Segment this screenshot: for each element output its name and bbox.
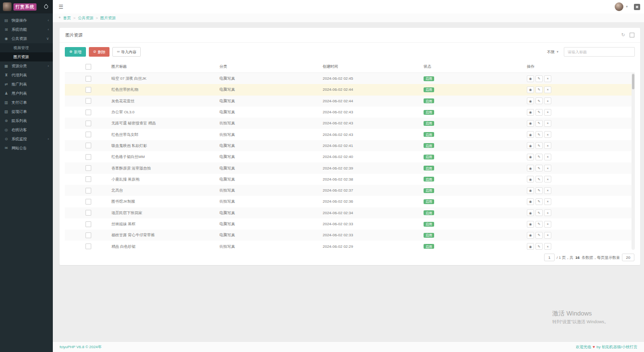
table-scrollbar[interactable]	[632, 73, 635, 250]
search-input[interactable]	[564, 47, 635, 57]
row-checkbox[interactable]	[85, 98, 91, 104]
edit-button[interactable]: ✎	[535, 97, 543, 104]
view-button[interactable]: ◉	[527, 198, 534, 205]
edit-button[interactable]: ✎	[535, 75, 543, 82]
table-row[interactable]: 灰色花花蕾丝电脑写真2024-06-02 02:44启用◉✎×	[65, 96, 635, 107]
delete-row-button[interactable]: ×	[544, 75, 551, 82]
table-row[interactable]: 办公室 OL3.0电脑写真2024-06-02 02:43启用◉✎×	[65, 107, 635, 118]
breadcrumb-section[interactable]: 公共资源	[78, 15, 93, 21]
row-checkbox[interactable]	[85, 109, 91, 115]
edit-button[interactable]: ✎	[535, 221, 543, 228]
delete-row-button[interactable]: ×	[544, 109, 551, 116]
sidebar-item-0[interactable]: ▤快捷操作‹	[0, 16, 53, 25]
edit-button[interactable]: ✎	[535, 109, 543, 116]
per-page-input[interactable]	[622, 254, 634, 261]
edit-button[interactable]: ✎	[535, 209, 543, 216]
edit-button[interactable]: ✎	[535, 243, 543, 250]
table-row[interactable]: 吸血鬼映画 私欲灯影电脑写真2024-06-02 02:41启用◉✎×	[65, 140, 635, 151]
chevron-down-icon[interactable]: ▾	[626, 5, 628, 9]
view-button[interactable]: ◉	[527, 243, 534, 250]
view-button[interactable]: ◉	[527, 154, 534, 160]
row-checkbox[interactable]	[85, 143, 91, 148]
table-row[interactable]: 小鹿乱撞 黑旗袍电脑写真2024-06-02 02:38启用◉✎×	[65, 174, 635, 185]
table-row[interactable]: 场景民宿下班回家电脑写真2024-06-02 02:34启用◉✎×	[65, 207, 635, 218]
table-row[interactable]: 北高台街拍写真2024-06-02 02:37启用◉✎×	[65, 185, 635, 196]
view-button[interactable]: ◉	[527, 75, 534, 82]
table-row[interactable]: 无路可退 秘密搜查官 精品街拍写真2024-06-02 02:43启用◉✎×	[65, 118, 635, 129]
app-logo[interactable]: 打赏系统	[0, 0, 53, 13]
view-button[interactable]: ◉	[527, 209, 534, 216]
table-row[interactable]: 图书馆JK制服街拍写真2024-06-02 02:36启用◉✎×	[65, 196, 635, 207]
theme-button[interactable]	[634, 4, 640, 10]
sidebar-item-7[interactable]: ▥支付订单	[0, 98, 53, 107]
edit-button[interactable]: ✎	[535, 198, 543, 205]
table-row[interactable]: 红色格子裙白丝MM电脑写真2024-06-02 02:40启用◉✎×	[65, 151, 635, 162]
delete-row-button[interactable]: ×	[544, 86, 551, 93]
delete-row-button[interactable]: ×	[544, 120, 551, 127]
row-checkbox[interactable]	[85, 232, 91, 238]
edit-button[interactable]: ✎	[535, 176, 543, 182]
row-checkbox[interactable]	[85, 210, 91, 216]
row-checkbox[interactable]	[85, 165, 91, 171]
row-checkbox[interactable]	[85, 121, 91, 126]
row-checkbox[interactable]	[85, 199, 91, 205]
sidebar-item-9[interactable]: ⊛娱乐列表	[0, 116, 53, 125]
table-row[interactable]: 晴空 07 深夜 白丝JK电脑写真2024-06-02 02:45启用◉✎×	[65, 73, 635, 84]
scrollbar-thumb[interactable]	[632, 74, 634, 89]
edit-button[interactable]: ✎	[535, 120, 543, 127]
delete-row-button[interactable]: ×	[544, 165, 551, 171]
edit-button[interactable]: ✎	[535, 86, 543, 93]
row-checkbox[interactable]	[85, 87, 91, 93]
page-number-input[interactable]	[544, 254, 555, 261]
row-checkbox[interactable]	[85, 221, 91, 227]
delete-row-button[interactable]: ×	[544, 243, 551, 250]
import-button[interactable]: ∞ 导入内容	[112, 47, 141, 57]
edit-button[interactable]: ✎	[535, 187, 543, 194]
view-button[interactable]: ◉	[527, 232, 534, 239]
delete-row-button[interactable]: ×	[544, 198, 551, 205]
hamburger-icon[interactable]: ☰	[53, 4, 69, 10]
sidebar-subitem-0[interactable]: 视频管理	[0, 43, 53, 52]
table-row[interactable]: 香草酥霹雳 浴室版自拍电脑写真2024-06-02 02:39启用◉✎×	[65, 162, 635, 173]
user-avatar[interactable]	[615, 2, 623, 11]
delete-row-button[interactable]: ×	[544, 97, 551, 104]
view-button[interactable]: ◉	[527, 86, 534, 93]
breadcrumb-home[interactable]: 首页	[63, 15, 71, 21]
delete-row-button[interactable]: ×	[544, 154, 551, 160]
sidebar-item-2[interactable]: ◉公共资源∨	[0, 34, 53, 43]
sidebar-subitem-1[interactable]: 图片资源	[0, 52, 53, 61]
delete-row-button[interactable]: ×	[544, 131, 551, 138]
select-all-checkbox[interactable]	[85, 64, 91, 70]
sidebar-item-3[interactable]: ▦资源分类‹	[0, 61, 53, 71]
view-button[interactable]: ◉	[527, 221, 534, 228]
table-row[interactable]: 红色丝带鸟女郎街拍写真2024-06-02 02:43启用◉✎×	[65, 129, 635, 140]
view-button[interactable]: ◉	[527, 187, 534, 194]
edit-button[interactable]: ✎	[535, 165, 543, 171]
row-checkbox[interactable]	[85, 243, 91, 249]
view-button[interactable]: ◉	[527, 120, 534, 127]
sidebar-item-10[interactable]: ◎在线访客	[0, 125, 53, 134]
view-button[interactable]: ◉	[527, 109, 534, 116]
row-checkbox[interactable]	[85, 188, 91, 194]
row-checkbox[interactable]	[85, 154, 91, 160]
delete-row-button[interactable]: ×	[544, 142, 551, 149]
filter-dropdown[interactable]: 不限 ▼	[547, 49, 559, 55]
breadcrumb-current[interactable]: 图片资源	[100, 15, 116, 21]
sidebar-item-4[interactable]: ♜代理列表	[0, 71, 53, 80]
add-button[interactable]: ⊕ 新增	[65, 47, 86, 57]
sidebar-item-6[interactable]: ♟用户列表	[0, 89, 53, 98]
row-checkbox[interactable]	[85, 132, 91, 137]
table-row[interactable]: 红色丝带的礼物电脑写真2024-06-02 02:44启用◉✎×	[65, 84, 635, 95]
view-button[interactable]: ◉	[527, 142, 534, 149]
fullscreen-icon[interactable]	[630, 33, 634, 37]
edit-button[interactable]: ✎	[535, 142, 543, 149]
view-button[interactable]: ◉	[527, 176, 534, 182]
sidebar-item-8[interactable]: ▧提现订单	[0, 107, 53, 116]
delete-row-button[interactable]: ×	[544, 187, 551, 194]
table-row[interactable]: 杨枝甘露 背心牛仔背带裤电脑写真2024-06-02 02:33启用◉✎×	[65, 230, 635, 241]
row-checkbox[interactable]	[85, 176, 91, 182]
delete-button[interactable]: ⊘ 删除	[89, 47, 110, 57]
refresh-icon[interactable]: ↻	[621, 33, 625, 37]
sidebar-item-12[interactable]: ✉网站公告	[0, 144, 53, 153]
view-button[interactable]: ◉	[527, 131, 534, 138]
